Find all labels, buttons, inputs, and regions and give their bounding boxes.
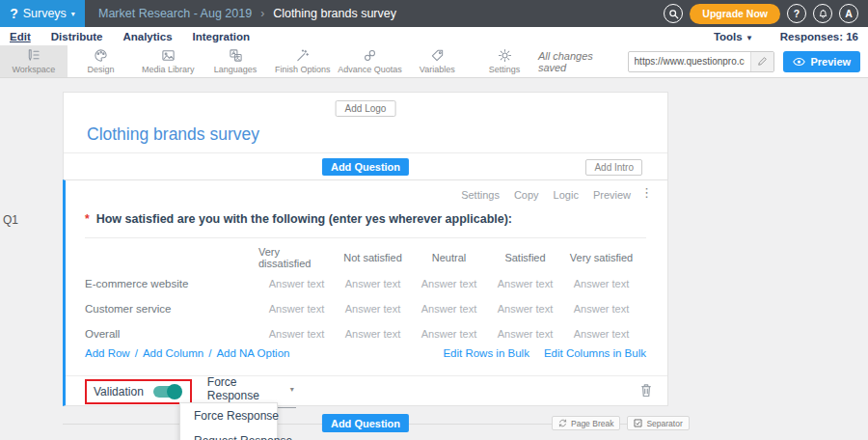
- dropdown-option-request-response[interactable]: Request Response: [180, 428, 277, 440]
- topbar-actions: Upgrade Now ? A: [664, 4, 868, 24]
- question-logic-link[interactable]: Logic: [554, 189, 579, 201]
- responses-count[interactable]: Responses: 16: [780, 31, 858, 42]
- avatar[interactable]: A: [839, 4, 858, 23]
- toolbar-item-languages[interactable]: Languages: [202, 45, 269, 77]
- product-name: Surveys: [23, 7, 67, 20]
- tag-icon: [430, 48, 445, 63]
- page-break-button[interactable]: Page Break: [552, 416, 620, 430]
- toolbar-item-workspace[interactable]: Workspace: [0, 45, 68, 77]
- matrix-cell[interactable]: Answer text: [258, 321, 335, 346]
- matrix-column-header[interactable]: Very dissatisfied: [258, 244, 335, 271]
- divider: [64, 152, 667, 153]
- matrix-cell[interactable]: Answer text: [335, 296, 411, 321]
- add-logo-button[interactable]: Add Logo: [336, 100, 396, 117]
- survey-title[interactable]: Clothing brands survey: [87, 124, 259, 145]
- matrix-cell[interactable]: Answer text: [335, 271, 411, 296]
- matrix-column-header[interactable]: Neutral: [411, 244, 487, 271]
- survey-header-card: Add Logo Clothing brands survey Add Ques…: [63, 92, 668, 180]
- add-column-link[interactable]: Add Column: [143, 347, 203, 359]
- matrix-row-label[interactable]: E-commerce website: [85, 271, 258, 296]
- tab-edit[interactable]: Edit: [10, 31, 31, 42]
- matrix-column-header[interactable]: Very satisfied: [563, 244, 639, 271]
- image-icon: [161, 48, 176, 63]
- editor-toolbar: Workspace Design Media Library Languages…: [0, 45, 868, 78]
- breadcrumb-folder[interactable]: Market Research - Aug 2019: [98, 7, 252, 20]
- survey-url-box: [628, 51, 775, 72]
- matrix-corner: [85, 244, 258, 271]
- toolbar-item-design[interactable]: Design: [68, 45, 135, 77]
- help-button[interactable]: ?: [787, 4, 806, 23]
- edit-columns-in-bulk-link[interactable]: Edit Columns in Bulk: [544, 347, 646, 359]
- delete-question-button[interactable]: [640, 383, 652, 400]
- separator-button[interactable]: Separator: [627, 416, 689, 430]
- toolbar-item-media-library[interactable]: Media Library: [134, 45, 202, 77]
- surveys-product-menu[interactable]: ? Surveys ▾: [0, 0, 85, 27]
- page-break-icon: [558, 419, 567, 427]
- divider: [66, 375, 667, 376]
- question-card-q1: Settings Copy Logic Preview ⋮ * How sati…: [63, 179, 668, 406]
- workspace-icon: [26, 48, 41, 63]
- validation-label: Validation: [94, 385, 144, 399]
- trash-icon: [640, 383, 652, 398]
- toolbar-item-variables[interactable]: Variables: [403, 45, 471, 77]
- add-question-button-top[interactable]: Add Question: [322, 158, 409, 176]
- matrix-cell[interactable]: Answer text: [487, 271, 563, 296]
- question-text[interactable]: How satisfied are you with the following…: [96, 212, 512, 226]
- tab-analytics[interactable]: Analytics: [122, 31, 172, 42]
- edit-url-button[interactable]: [750, 52, 773, 71]
- matrix-cell[interactable]: Answer text: [487, 321, 563, 346]
- upgrade-now-button[interactable]: Upgrade Now: [690, 4, 780, 24]
- toggle-knob: [167, 384, 182, 399]
- matrix-row-label[interactable]: Overall: [85, 321, 258, 346]
- matrix-cell[interactable]: Answer text: [411, 296, 487, 321]
- toolbar-item-advance-quotas[interactable]: Advance Quotas: [337, 45, 404, 77]
- page-options: Page Break Separator: [552, 416, 690, 430]
- matrix-cell[interactable]: Answer text: [335, 321, 411, 346]
- matrix-column-header[interactable]: Not satisfied: [335, 244, 411, 271]
- add-intro-button[interactable]: Add Intro: [585, 159, 642, 176]
- matrix-cell[interactable]: Answer text: [258, 271, 335, 296]
- translate-icon: [229, 48, 243, 63]
- pencil-icon: [757, 56, 768, 67]
- matrix-cell[interactable]: Answer text: [258, 296, 335, 321]
- dropdown-option-force-response[interactable]: Force Response: [180, 403, 277, 428]
- validation-toggle[interactable]: [153, 386, 181, 398]
- preview-button[interactable]: Preview: [783, 51, 860, 72]
- matrix-cell[interactable]: Answer text: [411, 321, 487, 346]
- notifications-button[interactable]: [813, 4, 832, 23]
- row-column-links: Add Row / Add Column / Add NA Option: [85, 347, 289, 359]
- more-vertical-icon[interactable]: ⋮: [640, 186, 653, 199]
- add-na-option-link[interactable]: Add NA Option: [216, 347, 289, 359]
- chevron-down-icon: ▼: [746, 34, 753, 42]
- question-settings-link[interactable]: Settings: [461, 189, 500, 201]
- matrix-cell[interactable]: Answer text: [563, 321, 639, 346]
- tab-distribute[interactable]: Distribute: [51, 31, 103, 42]
- chevron-down-icon: ▾: [71, 10, 75, 18]
- breadcrumb: Market Research - Aug 2019 › Clothing br…: [98, 7, 396, 20]
- tab-integration[interactable]: Integration: [193, 31, 250, 42]
- link-separator: /: [208, 347, 211, 359]
- tools-menu[interactable]: Tools ▼: [714, 31, 753, 42]
- toolbar-item-settings[interactable]: Settings: [471, 45, 538, 77]
- matrix-cell[interactable]: Answer text: [411, 271, 487, 296]
- toolbar-item-finish-options[interactable]: Finish Options: [269, 45, 337, 77]
- matrix-row-label[interactable]: Customer service: [85, 296, 258, 321]
- matrix-table: Very dissatisfied Not satisfied Neutral …: [85, 244, 639, 346]
- question-text-row: * How satisfied are you with the followi…: [85, 212, 512, 226]
- survey-url-input[interactable]: [629, 56, 751, 67]
- matrix-cell[interactable]: Answer text: [563, 296, 639, 321]
- required-asterisk: *: [85, 212, 90, 226]
- add-row-link[interactable]: Add Row: [85, 347, 130, 359]
- validation-type-dropdown: Force Response Request Response: [179, 402, 278, 440]
- search-button[interactable]: [664, 4, 683, 23]
- gear-icon: [498, 48, 512, 63]
- edit-rows-in-bulk-link[interactable]: Edit Rows in Bulk: [443, 347, 529, 359]
- search-icon: [668, 9, 679, 19]
- matrix-cell[interactable]: Answer text: [563, 271, 639, 296]
- add-question-button-bottom[interactable]: Add Question: [322, 414, 409, 432]
- matrix-column-header[interactable]: Satisfied: [487, 244, 563, 271]
- validation-type-value: Force Response: [207, 375, 290, 402]
- question-preview-link[interactable]: Preview: [593, 189, 631, 201]
- question-copy-link[interactable]: Copy: [514, 189, 539, 201]
- matrix-cell[interactable]: Answer text: [487, 296, 563, 321]
